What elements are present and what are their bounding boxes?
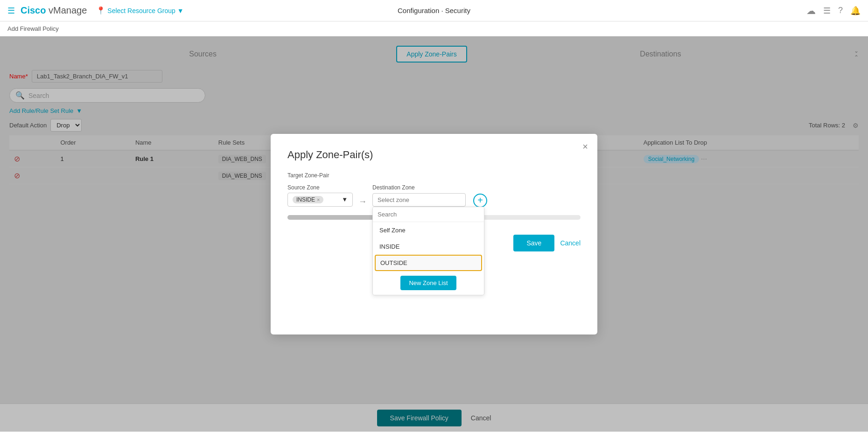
modal-close-button[interactable]: × [582, 141, 588, 152]
resource-group-selector[interactable]: 📍 Select Resource Group ▼ [96, 6, 183, 15]
destination-zone-container: Self Zone INSIDE OUTSIDE New Zone List [372, 193, 466, 207]
menu-icon[interactable]: ☰ [823, 6, 831, 16]
source-zone-label: Source Zone [287, 184, 353, 191]
source-zone-select[interactable]: INSIDE × ▼ [287, 193, 353, 207]
modal-title: Apply Zone-Pair(s) [287, 149, 581, 161]
new-zone-list-button[interactable]: New Zone List [400, 276, 456, 290]
dropdown-item-self-zone[interactable]: Self Zone [373, 222, 484, 238]
remove-source-zone-icon[interactable]: × [317, 197, 320, 202]
location-icon: 📍 [96, 6, 105, 15]
breadcrumb: Add Firewall Policy [0, 21, 868, 36]
chevron-down-icon: ▼ [342, 196, 348, 203]
help-icon[interactable]: ? [838, 6, 843, 15]
page-context: Configuration · Security [398, 7, 470, 14]
modal-overlay: × Apply Zone-Pair(s) Target Zone-Pair So… [0, 36, 868, 432]
source-zone-group: Source Zone INSIDE × ▼ [287, 184, 353, 207]
chevron-down-icon: ▼ [177, 7, 184, 14]
destination-zone-group: Destination Zone Self Zone INSIDE OUTSID… [372, 184, 487, 208]
add-zone-button[interactable]: + [473, 194, 487, 208]
bell-icon[interactable]: 🔔 [850, 6, 861, 16]
zone-pair-row: Source Zone INSIDE × ▼ → Destination Zon [287, 184, 581, 208]
cloud-icon[interactable]: ☁ [806, 5, 816, 16]
top-nav: ☰ Cisco vManage 📍 Select Resource Group … [0, 0, 868, 21]
dropdown-search-input[interactable] [373, 207, 484, 222]
modal-cancel-button[interactable]: Cancel [560, 235, 581, 251]
main-content: Sources Apply Zone-Pairs Destinations ⌄ … [0, 36, 868, 432]
zone-arrow: → [358, 197, 367, 207]
apply-zone-pairs-modal: × Apply Zone-Pair(s) Target Zone-Pair So… [271, 134, 597, 334]
destination-zone-input[interactable] [372, 193, 466, 207]
app-logo: Cisco vManage [21, 5, 87, 16]
target-zone-pair-label: Target Zone-Pair [287, 172, 581, 179]
dropdown-item-outside[interactable]: OUTSIDE [375, 255, 482, 271]
destination-zone-label: Destination Zone [372, 184, 487, 191]
source-zone-tag: INSIDE × [293, 196, 323, 203]
nav-icons: ☁ ☰ ? 🔔 [806, 5, 861, 16]
zone-dropdown: Self Zone INSIDE OUTSIDE New Zone List [372, 207, 484, 295]
modal-save-button[interactable]: Save [513, 235, 554, 251]
hamburger-icon[interactable]: ☰ [7, 6, 15, 16]
dropdown-item-inside[interactable]: INSIDE [373, 238, 484, 255]
